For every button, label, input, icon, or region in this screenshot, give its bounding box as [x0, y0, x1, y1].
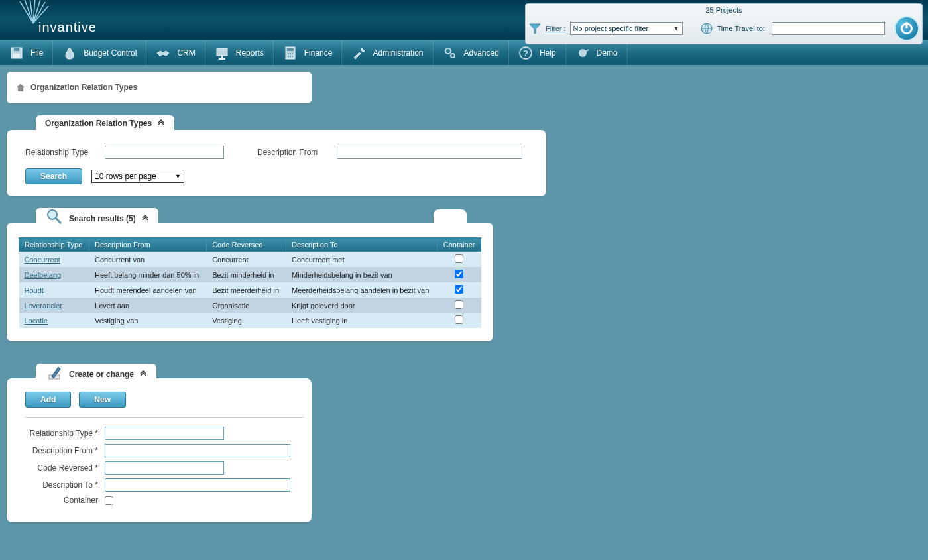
- nav-budget-label: Budget Control: [84, 48, 137, 58]
- magnifier-icon: [45, 207, 64, 226]
- svg-point-18: [290, 53, 291, 54]
- col-description-to[interactable]: Description To: [286, 238, 437, 252]
- search-button[interactable]: Search: [25, 168, 82, 184]
- chevron-up-icon: [139, 370, 147, 378]
- svg-point-20: [288, 56, 289, 57]
- table-row: DeelbelangHeeft belang minder dan 50% in…: [19, 267, 481, 282]
- nav-admin[interactable]: Administration: [342, 40, 433, 66]
- cell-container: [437, 313, 481, 328]
- cell-description-to: Minderheidsbelang in bezit van: [286, 267, 437, 282]
- nav-advanced[interactable]: Advanced: [434, 40, 509, 66]
- cell-code-reversed: Vestiging: [207, 313, 286, 328]
- cell-container: [437, 267, 481, 282]
- logo-text: invantive: [38, 20, 97, 35]
- container-checkbox[interactable]: [455, 285, 463, 294]
- nav-budget[interactable]: Budget Control: [53, 40, 146, 66]
- moneybag-icon: [62, 46, 77, 60]
- power-button[interactable]: [894, 16, 919, 41]
- results-panel-tab[interactable]: Search results (5): [36, 208, 158, 228]
- svg-text:?: ?: [523, 48, 528, 58]
- funnel-icon: [528, 22, 542, 35]
- time-travel-input[interactable]: [772, 22, 885, 35]
- nav-help-label: Help: [540, 48, 556, 58]
- floppy-icon: [9, 46, 24, 60]
- svg-point-17: [288, 53, 289, 54]
- svg-rect-12: [217, 48, 227, 56]
- col-description-from[interactable]: Description From: [89, 238, 207, 252]
- container-checkbox[interactable]: [455, 300, 463, 309]
- breadcrumb-text: Organization Relation Types: [30, 83, 137, 92]
- cell-description-to: Meerderheidsbelang aandelen in bezit van: [286, 282, 437, 298]
- create-divider: [25, 417, 304, 418]
- search-panel-tab[interactable]: Organization Relation Types: [36, 115, 174, 130]
- svg-point-28: [48, 210, 57, 219]
- form-container-checkbox[interactable]: [105, 496, 113, 505]
- form-relationship-type-label: Relationship Type *: [25, 429, 105, 438]
- nav-demo-label: Demo: [597, 48, 618, 58]
- presentation-icon: [215, 46, 229, 60]
- cell-relationship-type[interactable]: Houdt: [19, 282, 89, 298]
- globe-icon: [700, 22, 713, 35]
- results-table: Relationship Type Description From Code …: [19, 237, 481, 328]
- nav-crm[interactable]: CRM: [146, 40, 205, 66]
- svg-point-21: [290, 56, 291, 57]
- col-container[interactable]: Container: [437, 238, 481, 252]
- projects-label[interactable]: 25 Projects: [527, 5, 921, 15]
- results-header-row: Relationship Type Description From Code …: [19, 238, 481, 252]
- filter-select[interactable]: No project specific filter ▼: [570, 22, 683, 35]
- cell-description-from: Houdt merendeel aandelen van: [89, 282, 207, 298]
- time-travel-label: Time Travel to:: [717, 25, 765, 32]
- svg-point-24: [451, 54, 455, 58]
- create-panel-tab[interactable]: Create or change: [36, 364, 156, 384]
- search-panel-title: Organization Relation Types: [45, 119, 152, 128]
- container-checkbox[interactable]: [455, 270, 463, 278]
- power-icon: [901, 23, 913, 34]
- demo-icon: [575, 46, 590, 60]
- container-checkbox[interactable]: [455, 315, 463, 324]
- pencil-icon: [45, 363, 64, 382]
- col-relationship-type[interactable]: Relationship Type: [19, 238, 89, 252]
- nav-finance[interactable]: Finance: [274, 40, 343, 66]
- form-description-to-input[interactable]: [105, 478, 290, 492]
- form-code-reversed-label: Code Reversed *: [25, 463, 105, 473]
- home-icon[interactable]: [16, 83, 25, 92]
- relationship-type-label: Relationship Type: [25, 148, 98, 157]
- table-row: LeverancierLevert aanOrganisatieKrijgt g…: [19, 298, 481, 313]
- svg-point-19: [292, 53, 293, 54]
- form-description-from-input[interactable]: [105, 444, 290, 457]
- cell-relationship-type[interactable]: Locatie: [19, 313, 89, 328]
- nav-reports[interactable]: Reports: [205, 40, 274, 66]
- cell-description-from: Vestiging van: [89, 313, 207, 328]
- cell-relationship-type[interactable]: Leverancier: [19, 298, 89, 313]
- breadcrumb: Organization Relation Types: [7, 72, 312, 103]
- calculator-icon: [283, 46, 298, 60]
- cell-relationship-type[interactable]: Deelbelang: [19, 267, 89, 282]
- col-code-reversed[interactable]: Code Reversed: [207, 238, 286, 252]
- cell-description-from: Heeft belang minder dan 50% in: [89, 267, 207, 282]
- cell-relationship-type[interactable]: Concurrent: [19, 252, 89, 268]
- cell-code-reversed: Bezit meerderheid in: [207, 282, 286, 298]
- description-from-input[interactable]: [337, 146, 522, 159]
- cell-description-to: Krijgt geleverd door: [286, 298, 437, 313]
- form-relationship-type-input[interactable]: [105, 427, 224, 440]
- new-button[interactable]: New: [79, 392, 126, 408]
- relationship-type-input[interactable]: [105, 146, 224, 159]
- rows-per-page-select[interactable]: 10 rows per page ▼: [91, 170, 184, 183]
- container-checkbox[interactable]: [455, 254, 463, 263]
- add-button[interactable]: Add: [25, 392, 71, 408]
- filter-label[interactable]: Filter :: [546, 25, 566, 32]
- svg-line-29: [56, 218, 61, 223]
- chevron-up-icon: [157, 119, 165, 127]
- nav-advanced-label: Advanced: [464, 48, 499, 58]
- form-container-label: Container: [25, 496, 105, 505]
- cell-description-to: Heeft vestiging in: [286, 313, 437, 328]
- table-row: LocatieVestiging vanVestigingHeeft vesti…: [19, 313, 481, 328]
- form-code-reversed-input[interactable]: [105, 461, 224, 475]
- content-area: Organization Relation Types Organization…: [0, 65, 928, 529]
- help-icon: ?: [518, 46, 533, 60]
- search-panel: Organization Relation Types Relationship…: [7, 130, 546, 196]
- filter-select-value: No project specific filter: [573, 25, 649, 32]
- nav-file[interactable]: File: [0, 40, 53, 66]
- handshake-icon: [156, 46, 170, 60]
- create-panel-title: Create or change: [69, 370, 134, 379]
